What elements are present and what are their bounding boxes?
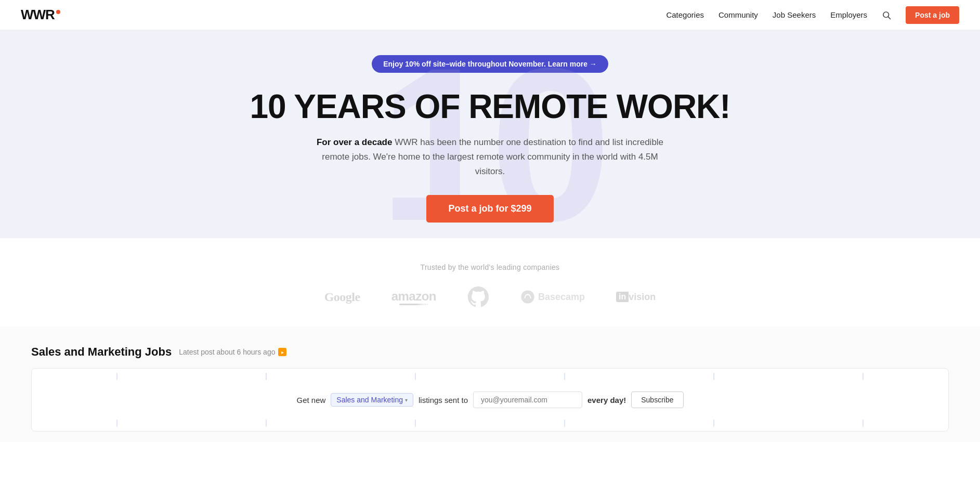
card-dot <box>564 373 565 380</box>
subscribe-category-tag[interactable]: Sales and Marketing ▾ <box>331 393 413 407</box>
card-dot <box>863 373 864 380</box>
email-field[interactable] <box>473 391 582 408</box>
nav-community[interactable]: Community <box>718 10 758 19</box>
svg-line-1 <box>888 17 890 19</box>
card-dot <box>266 373 267 380</box>
subscribe-prefix: Get new <box>296 396 325 404</box>
subscribe-card: Get new Sales and Marketing ▾ listings s… <box>31 368 949 432</box>
logo-google: Google <box>324 290 360 304</box>
site-logo[interactable]: WWR <box>21 7 60 23</box>
logo-github <box>467 286 489 308</box>
hero-cta-button[interactable]: Post a job for $299 <box>426 195 553 223</box>
card-bottom-dots <box>32 420 948 431</box>
search-button[interactable] <box>882 10 891 20</box>
nav-categories[interactable]: Categories <box>666 10 704 19</box>
svg-point-2 <box>521 290 534 303</box>
card-top-dots <box>32 369 948 380</box>
hero-section: Enjoy 10% off site–wide throughout Novem… <box>0 30 980 238</box>
hero-subtitle: For over a decade WWR has been the numbe… <box>313 135 667 179</box>
card-dot <box>266 420 267 427</box>
card-dot <box>713 420 714 427</box>
card-dot <box>564 420 565 427</box>
trusted-label: Trusted by the world's leading companies <box>10 263 970 271</box>
hero-subtitle-bold: For over a decade <box>317 137 393 147</box>
svg-point-3 <box>527 294 529 295</box>
logo-amazon: amazon → <box>391 289 436 305</box>
card-dot <box>116 373 117 380</box>
post-job-button[interactable]: Post a job <box>906 6 959 24</box>
logo-basecamp: Basecamp <box>520 290 585 304</box>
card-dot <box>415 420 416 427</box>
subscribe-button[interactable]: Subscribe <box>631 391 683 408</box>
chevron-down-icon: ▾ <box>405 397 408 403</box>
jobs-section: Sales and Marketing Jobs Latest post abo… <box>0 327 980 442</box>
logo-invision: invision <box>616 292 656 303</box>
nav-employers[interactable]: Employers <box>830 10 867 19</box>
jobs-meta-text: Latest post about 6 hours ago <box>179 348 275 356</box>
navbar: WWR Categories Community Job Seekers Emp… <box>0 0 980 30</box>
jobs-header: Sales and Marketing Jobs Latest post abo… <box>31 345 949 359</box>
logos-row: Google amazon → Basecamp invision <box>10 286 970 308</box>
subscribe-card-inner: Get new Sales and Marketing ▾ listings s… <box>32 380 948 420</box>
jobs-section-title: Sales and Marketing Jobs <box>31 345 172 359</box>
trusted-section: Trusted by the world's leading companies… <box>0 238 980 327</box>
card-dot <box>863 420 864 427</box>
nav-links: Categories Community Job Seekers Employe… <box>666 6 959 24</box>
logo-dot <box>56 10 60 14</box>
nav-job-seekers[interactable]: Job Seekers <box>773 10 816 19</box>
card-dot <box>116 420 117 427</box>
logo-text: WWR <box>21 7 55 23</box>
rss-icon[interactable]: ▸ <box>278 348 286 356</box>
card-dot <box>415 373 416 380</box>
subscribe-tag-label: Sales and Marketing <box>336 396 403 404</box>
card-dot <box>713 373 714 380</box>
hero-title: 10 YEARS OF REMOTE WORK! <box>10 88 970 125</box>
subscribe-middle: listings sent to <box>419 396 468 404</box>
jobs-meta: Latest post about 6 hours ago ▸ <box>179 348 286 356</box>
subscribe-suffix: every day! <box>587 396 626 404</box>
